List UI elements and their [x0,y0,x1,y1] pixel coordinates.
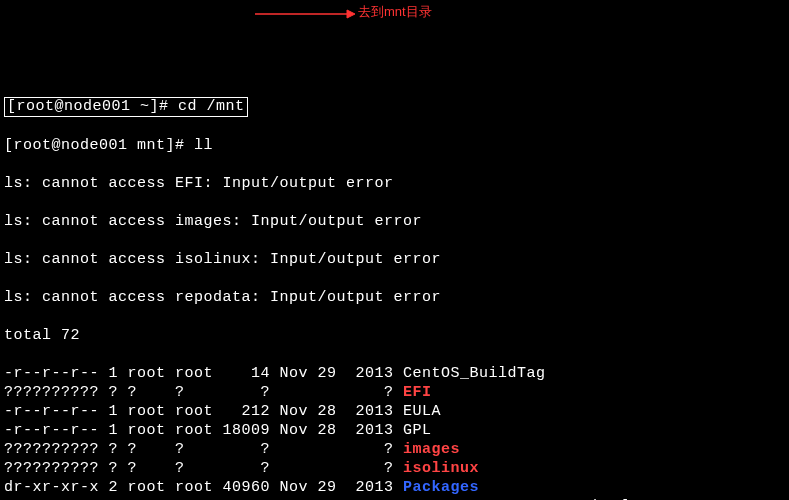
error-line: ls: cannot access repodata: Input/output… [4,288,785,307]
error-line: ls: cannot access isolinux: Input/output… [4,250,785,269]
svg-marker-1 [347,10,355,18]
file-name: isolinux [403,460,479,477]
file-name: GPL [403,422,432,439]
annotation-text: 去到mnt目录 [358,2,432,21]
list-row: ?????????? ? ? ? ? ? images [4,440,785,459]
file-name: EULA [403,403,441,420]
file-meta: -r--r--r-- 1 root root 14 Nov 29 2013 [4,365,403,382]
file-name: Packages [403,479,479,496]
prompt-line-2: [root@node001 mnt]# ll [4,136,785,155]
file-meta: ?????????? ? ? ? ? ? [4,441,403,458]
file-meta: ?????????? ? ? ? ? ? [4,384,403,401]
list-row: -r--r--r-- 1 root root 18009 Nov 28 2013… [4,421,785,440]
command-2: ll [194,137,213,154]
file-meta: dr-xr-xr-x 2 root root 40960 Nov 29 2013 [4,479,403,496]
terminal-output[interactable]: [root@node001 ~]# cd /mnt [root@node001 … [0,76,789,500]
file-meta: -r--r--r-- 1 root root 18009 Nov 28 2013 [4,422,403,439]
error-line: ls: cannot access images: Input/output e… [4,212,785,231]
list-row: -r--r--r-- 1 root root 14 Nov 29 2013 Ce… [4,364,785,383]
file-meta: ?????????? ? ? ? ? ? [4,460,403,477]
total-line: total 72 [4,326,785,345]
list-row: ?????????? ? ? ? ? ? EFI [4,383,785,402]
file-name: CentOS_BuildTag [403,365,546,382]
error-line: ls: cannot access EFI: Input/output erro… [4,174,785,193]
file-meta: -r--r--r-- 1 root root 212 Nov 28 2013 [4,403,403,420]
file-listing: -r--r--r-- 1 root root 14 Nov 29 2013 Ce… [4,364,785,500]
file-name: EFI [403,384,432,401]
prompt-line-1: [root@node001 ~]# cd /mnt [4,97,785,117]
prompt-text: [root@node001 ~]# [7,98,178,115]
prompt-text: [root@node001 mnt]# [4,137,194,154]
list-row: ?????????? ? ? ? ? ? isolinux [4,459,785,478]
list-row: dr-xr-xr-x 2 root root 40960 Nov 29 2013… [4,478,785,497]
list-row: -r--r--r-- 1 root root 212 Nov 28 2013 E… [4,402,785,421]
command-1: cd /mnt [178,98,245,115]
arrow-icon [255,8,355,20]
file-name: images [403,441,460,458]
